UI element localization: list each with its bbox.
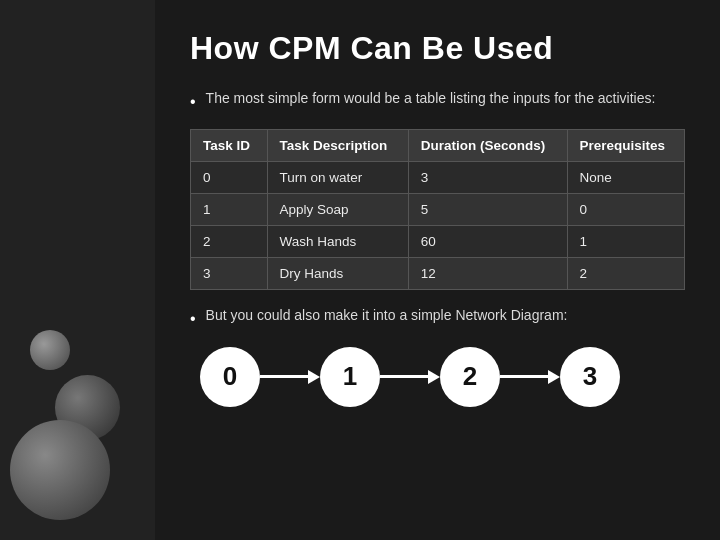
node-2: 2 bbox=[440, 347, 500, 407]
arrow-head bbox=[548, 370, 560, 384]
cell-pre-3: 2 bbox=[567, 258, 684, 290]
cell-desc-3: Dry Hands bbox=[267, 258, 408, 290]
cpm-table: Task ID Task Description Duration (Secon… bbox=[190, 129, 685, 290]
table-row: 0 Turn on water 3 None bbox=[191, 162, 685, 194]
sidebar bbox=[0, 0, 155, 540]
arrow-line bbox=[260, 375, 308, 378]
col-header-task-id: Task ID bbox=[191, 130, 268, 162]
arrow-2-3 bbox=[500, 370, 560, 384]
arrow-0-1 bbox=[260, 370, 320, 384]
cell-dur-0: 3 bbox=[408, 162, 567, 194]
decorative-circle-large bbox=[10, 420, 110, 520]
table-body: 0 Turn on water 3 None 1 Apply Soap 5 0 … bbox=[191, 162, 685, 290]
arrow-1-2 bbox=[380, 370, 440, 384]
cell-id-1: 1 bbox=[191, 194, 268, 226]
bullet-1-text: The most simple form would be a table li… bbox=[206, 89, 656, 109]
bullet-dot-2: • bbox=[190, 308, 196, 330]
node-1: 1 bbox=[320, 347, 380, 407]
arrow-head bbox=[428, 370, 440, 384]
table-row: 1 Apply Soap 5 0 bbox=[191, 194, 685, 226]
cell-desc-1: Apply Soap bbox=[267, 194, 408, 226]
network-diagram: 0 1 2 3 bbox=[190, 347, 685, 407]
table-row: 3 Dry Hands 12 2 bbox=[191, 258, 685, 290]
decorative-circle-small bbox=[30, 330, 70, 370]
node-0: 0 bbox=[200, 347, 260, 407]
cell-dur-2: 60 bbox=[408, 226, 567, 258]
bullet-2-text: But you could also make it into a simple… bbox=[206, 306, 568, 326]
bullet-2: • But you could also make it into a simp… bbox=[190, 306, 685, 330]
cell-dur-3: 12 bbox=[408, 258, 567, 290]
arrow-line bbox=[380, 375, 428, 378]
cell-pre-2: 1 bbox=[567, 226, 684, 258]
table-row: 2 Wash Hands 60 1 bbox=[191, 226, 685, 258]
col-header-duration: Duration (Seconds) bbox=[408, 130, 567, 162]
table-header: Task ID Task Description Duration (Secon… bbox=[191, 130, 685, 162]
cell-desc-2: Wash Hands bbox=[267, 226, 408, 258]
cell-id-0: 0 bbox=[191, 162, 268, 194]
node-3: 3 bbox=[560, 347, 620, 407]
arrow-head bbox=[308, 370, 320, 384]
cell-desc-0: Turn on water bbox=[267, 162, 408, 194]
bullet-1: • The most simple form would be a table … bbox=[190, 89, 685, 113]
cell-id-2: 2 bbox=[191, 226, 268, 258]
col-header-prerequisites: Prerequisites bbox=[567, 130, 684, 162]
cell-pre-0: None bbox=[567, 162, 684, 194]
bullet-dot-1: • bbox=[190, 91, 196, 113]
arrow-line bbox=[500, 375, 548, 378]
header-row: Task ID Task Description Duration (Secon… bbox=[191, 130, 685, 162]
cell-id-3: 3 bbox=[191, 258, 268, 290]
main-content: How CPM Can Be Used • The most simple fo… bbox=[155, 0, 720, 540]
page-title: How CPM Can Be Used bbox=[190, 30, 685, 67]
cell-dur-1: 5 bbox=[408, 194, 567, 226]
cell-pre-1: 0 bbox=[567, 194, 684, 226]
col-header-task-description: Task Description bbox=[267, 130, 408, 162]
